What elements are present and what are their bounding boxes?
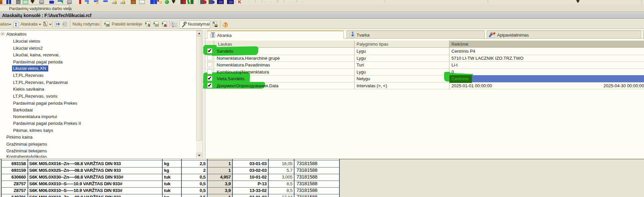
svg-text:Σ: Σ xyxy=(175,24,176,27)
svg-text:Σ: Σ xyxy=(56,22,58,26)
svg-text:Σ: Σ xyxy=(64,22,66,26)
svg-text:Σ: Σ xyxy=(172,22,173,25)
